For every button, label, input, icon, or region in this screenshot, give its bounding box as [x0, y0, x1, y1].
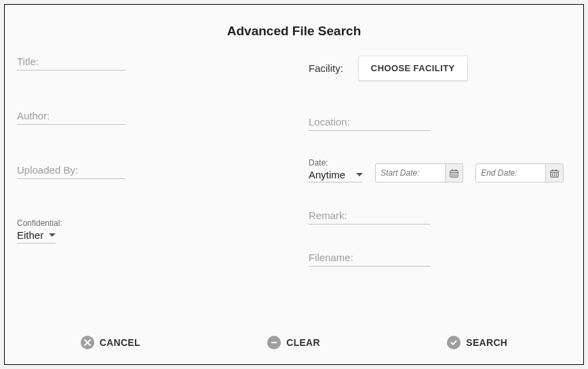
left-column: Title: Author: Uploaded By: Confidential… [17, 56, 139, 324]
svg-rect-2 [452, 173, 452, 174]
svg-rect-13 [554, 173, 555, 174]
end-date-calendar-button[interactable] [545, 164, 563, 182]
chevron-down-icon [49, 233, 56, 237]
calendar-icon [450, 169, 458, 178]
confidential-label: Confidential: [17, 218, 139, 229]
remark-field[interactable]: Remark: [309, 210, 431, 225]
end-date-field [475, 163, 564, 182]
clear-label: CLEAR [286, 337, 320, 348]
facility-label: Facility: [309, 62, 343, 74]
chevron-down-icon [356, 173, 363, 176]
cancel-button[interactable]: CANCEL [81, 336, 140, 349]
action-bar: CANCEL CLEAR SEARCH [17, 324, 571, 364]
svg-rect-7 [456, 175, 456, 176]
date-select-block: Date: Anytime [309, 158, 363, 182]
minus-icon [267, 336, 281, 349]
filename-field[interactable]: Filename: [309, 252, 431, 267]
facility-row: Facility: CHOOSE FACILITY [309, 56, 571, 81]
svg-rect-9 [456, 169, 456, 170]
start-date-input[interactable] [376, 164, 445, 182]
date-row: Date: Anytime [309, 158, 571, 182]
search-label: SEARCH [466, 337, 507, 348]
advanced-file-search-dialog: Advanced File Search Title: Author: Uplo… [4, 4, 584, 365]
svg-rect-17 [556, 175, 557, 176]
svg-rect-16 [554, 175, 555, 176]
title-label: Title: [17, 56, 125, 70]
end-date-input[interactable] [476, 164, 545, 182]
svg-rect-3 [454, 173, 454, 174]
check-icon [447, 336, 460, 349]
start-date-field [375, 163, 463, 182]
right-column: Facility: CHOOSE FACILITY Location: Date… [309, 56, 571, 324]
start-date-calendar-button[interactable] [445, 164, 463, 182]
uploaded-by-field[interactable]: Uploaded By: [17, 164, 125, 179]
confidential-select[interactable]: Either [17, 229, 56, 244]
author-label: Author: [17, 110, 125, 124]
svg-rect-19 [556, 169, 557, 170]
search-button[interactable]: SEARCH [447, 336, 507, 349]
svg-rect-12 [552, 173, 553, 174]
form-content: Title: Author: Uploaded By: Confidential… [17, 56, 571, 324]
confidential-value: Either [17, 229, 43, 241]
author-field[interactable]: Author: [17, 110, 125, 125]
close-icon [81, 336, 94, 349]
filename-label: Filename: [309, 252, 431, 266]
cancel-label: CANCEL [100, 337, 140, 348]
svg-rect-5 [452, 175, 452, 176]
uploaded-by-label: Uploaded By: [17, 164, 125, 178]
location-field[interactable]: Location: [309, 116, 431, 131]
date-range-value: Anytime [309, 169, 345, 180]
page-title: Advanced File Search [17, 24, 571, 39]
remark-label: Remark: [309, 210, 431, 224]
choose-facility-button[interactable]: CHOOSE FACILITY [358, 56, 468, 81]
svg-rect-4 [456, 173, 456, 174]
confidential-field: Confidential: Either [17, 218, 139, 244]
calendar-icon [550, 169, 559, 178]
date-label: Date: [309, 158, 363, 169]
svg-rect-18 [552, 169, 553, 170]
location-label: Location: [309, 116, 431, 130]
svg-rect-8 [452, 169, 452, 170]
svg-rect-14 [556, 173, 557, 174]
date-range-select[interactable]: Anytime [309, 169, 363, 182]
title-field[interactable]: Title: [17, 56, 125, 71]
clear-button[interactable]: CLEAR [267, 336, 320, 349]
svg-rect-6 [454, 175, 454, 176]
svg-rect-15 [552, 175, 553, 176]
